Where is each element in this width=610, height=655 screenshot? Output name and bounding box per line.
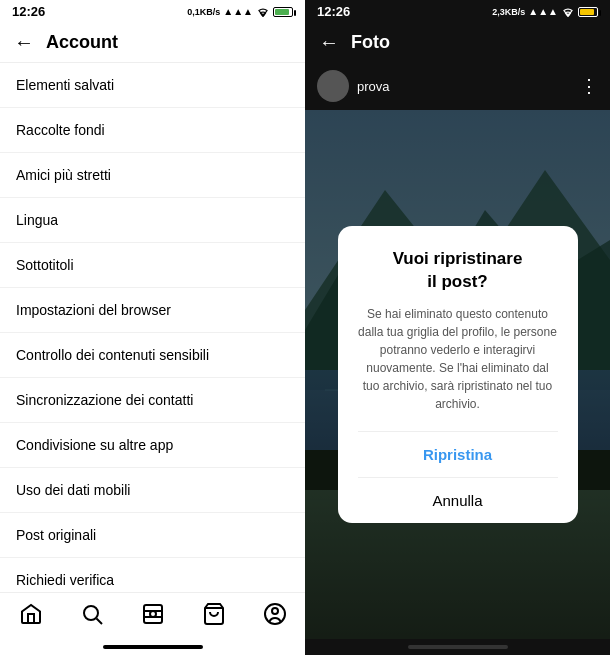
right-back-button[interactable]: ← (319, 31, 339, 54)
battery-icon (273, 7, 293, 17)
list-item[interactable]: Sottotitoli (0, 243, 305, 288)
right-wifi-icon (561, 6, 575, 18)
post-user-row: prova ⋮ (305, 62, 610, 110)
list-item[interactable]: Raccolte fondi (0, 108, 305, 153)
home-indicator (103, 645, 203, 649)
avatar (317, 70, 349, 102)
right-signal-icon: ▲▲▲ (528, 6, 558, 17)
signal-icon: ▲▲▲ (223, 6, 253, 17)
left-status-bar: 12:26 0,1KB/s ▲▲▲ (0, 0, 305, 23)
reels-icon[interactable] (140, 601, 166, 627)
right-panel: 12:26 2,3KB/s ▲▲▲ ← Foto prova ⋮ (305, 0, 610, 655)
right-status-icons: 2,3KB/s ▲▲▲ (492, 6, 598, 18)
list-item[interactable]: Sincronizzazione dei contatti (0, 378, 305, 423)
profile-icon[interactable] (262, 601, 288, 627)
list-item[interactable]: Controllo dei contenuti sensibili (0, 333, 305, 378)
dialog-body: Se hai eliminato questo contenuto dalla … (358, 305, 558, 413)
left-menu-list: Elementi salvati Raccolte fondi Amici pi… (0, 63, 305, 592)
cancel-button[interactable]: Annulla (358, 477, 558, 523)
dialog-overlay: Vuoi ripristinare il post? Se hai elimin… (305, 110, 610, 639)
left-status-icons: 0,1KB/s ▲▲▲ (187, 6, 293, 18)
right-home-indicator (408, 645, 508, 649)
list-item[interactable]: Impostazioni del browser (0, 288, 305, 333)
restore-dialog: Vuoi ripristinare il post? Se hai elimin… (338, 226, 578, 522)
list-item[interactable]: Post originali (0, 513, 305, 558)
left-time: 12:26 (12, 4, 45, 19)
restore-button[interactable]: Ripristina (358, 431, 558, 477)
right-status-bar: 12:26 2,3KB/s ▲▲▲ (305, 0, 610, 23)
list-item[interactable]: Condivisione su altre app (0, 423, 305, 468)
left-back-button[interactable]: ← (14, 31, 34, 54)
search-icon[interactable] (79, 601, 105, 627)
svg-rect-2 (144, 605, 162, 623)
right-signal-text: 2,3KB/s (492, 7, 525, 17)
right-header: ← Foto (305, 23, 610, 62)
list-item[interactable]: Uso dei dati mobili (0, 468, 305, 513)
right-battery-icon (578, 7, 598, 17)
shop-icon[interactable] (201, 601, 227, 627)
home-icon[interactable] (18, 601, 44, 627)
list-item[interactable]: Elementi salvati (0, 63, 305, 108)
left-header: ← Account (0, 23, 305, 63)
signal-text: 0,1KB/s (187, 7, 220, 17)
bottom-navigation (0, 592, 305, 639)
left-panel: 12:26 0,1KB/s ▲▲▲ ← Account Elementi sal… (0, 0, 305, 655)
svg-line-1 (96, 619, 102, 625)
right-page-title: Foto (351, 32, 390, 53)
photo-background: Vuoi ripristinare il post? Se hai elimin… (305, 110, 610, 639)
wifi-icon (256, 6, 270, 18)
svg-point-0 (84, 606, 98, 620)
right-time: 12:26 (317, 4, 350, 19)
list-item[interactable]: Richiedi verifica (0, 558, 305, 592)
dialog-title: Vuoi ripristinare il post? (358, 248, 558, 292)
post-username: prova (357, 79, 390, 94)
list-item[interactable]: Lingua (0, 198, 305, 243)
more-options-button[interactable]: ⋮ (580, 75, 598, 97)
left-page-title: Account (46, 32, 118, 53)
svg-point-8 (272, 608, 278, 614)
list-item[interactable]: Amici più stretti (0, 153, 305, 198)
